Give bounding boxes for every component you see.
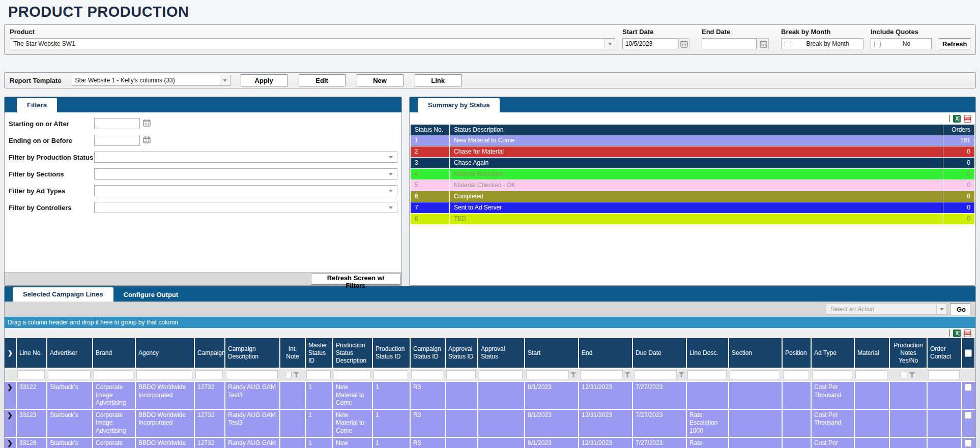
column-header-approval_status[interactable]: Approval Status bbox=[477, 338, 524, 368]
filter-cell-material[interactable] bbox=[854, 369, 889, 381]
column-header-line_no[interactable]: Line No. bbox=[16, 338, 46, 368]
tab-configure-output[interactable]: Configure Output bbox=[113, 288, 189, 302]
column-header-material[interactable]: Material bbox=[854, 338, 889, 368]
column-filter-input[interactable] bbox=[479, 370, 523, 379]
filter-cell-position[interactable] bbox=[782, 369, 811, 381]
filter-cell-master_status_id[interactable] bbox=[305, 369, 332, 381]
chevron-down-icon[interactable] bbox=[389, 173, 393, 175]
filter-funnel-icon[interactable] bbox=[294, 372, 299, 377]
column-header-ad_type[interactable]: Ad Type bbox=[811, 338, 854, 368]
filter-cell-start[interactable] bbox=[524, 369, 578, 381]
calendar-icon[interactable] bbox=[143, 119, 151, 129]
end-date-input[interactable] bbox=[702, 38, 757, 49]
filter-dropdown[interactable] bbox=[94, 202, 397, 213]
excel-export-icon[interactable]: X bbox=[953, 330, 961, 337]
filter-cell-production_status_id[interactable] bbox=[372, 369, 410, 381]
column-filter-input[interactable] bbox=[526, 370, 569, 379]
column-filter-input[interactable] bbox=[855, 370, 887, 379]
column-header-section[interactable]: Section bbox=[728, 338, 782, 368]
checkbox[interactable] bbox=[965, 349, 972, 357]
column-header-campaign_description[interactable]: Campaign Description bbox=[224, 338, 279, 368]
column-filter-input[interactable] bbox=[373, 370, 408, 379]
filter-cell-order_contact[interactable] bbox=[927, 369, 961, 381]
column-filter-input[interactable] bbox=[48, 370, 91, 379]
column-header-approval_status_id[interactable]: Approval Status ID bbox=[445, 338, 477, 368]
include-quotes-option[interactable]: No bbox=[871, 38, 932, 49]
filter-cell-line_desc[interactable] bbox=[686, 369, 728, 381]
column-header-advertiser[interactable]: Advertiser bbox=[46, 338, 92, 368]
edit-button[interactable]: Edit bbox=[299, 74, 345, 86]
column-filter-input[interactable] bbox=[334, 370, 370, 379]
filter-date-input[interactable] bbox=[94, 135, 140, 146]
column-filter-input[interactable] bbox=[226, 370, 278, 379]
column-filter-input[interactable] bbox=[783, 370, 809, 379]
filter-cell-approval_status_id[interactable] bbox=[445, 369, 477, 381]
row-checkbox[interactable] bbox=[965, 383, 972, 391]
summary-status-row[interactable]: 4Material Received0 bbox=[411, 169, 974, 180]
tab-summary-by-status[interactable]: Summary by Status bbox=[418, 98, 500, 112]
column-header-campaign_status_id[interactable]: Campaign Status ID bbox=[410, 338, 445, 368]
filter-cell-production_status_description[interactable] bbox=[332, 369, 372, 381]
filter-cell-int_note[interactable] bbox=[279, 369, 305, 381]
report-template-dropdown[interactable]: Star Website 1 - Kelly's columns (33) bbox=[72, 75, 230, 86]
filter-cell-end[interactable] bbox=[578, 369, 632, 381]
chevron-down-icon[interactable] bbox=[389, 156, 393, 159]
calendar-icon[interactable] bbox=[758, 38, 769, 49]
column-filter-input[interactable] bbox=[306, 370, 331, 379]
tab-selected-campaign-lines[interactable]: Selected Campaign Lines bbox=[13, 287, 113, 302]
row-checkbox[interactable] bbox=[965, 439, 972, 447]
column-header-end[interactable]: End bbox=[578, 338, 632, 368]
filter-cell-approval_status[interactable] bbox=[477, 369, 524, 381]
filter-cell-brand[interactable] bbox=[92, 369, 135, 381]
filter-funnel-icon[interactable] bbox=[909, 372, 915, 377]
refresh-screen-with-filters-button[interactable]: Refresh Screen w/ Filters bbox=[311, 274, 400, 285]
column-filter-input[interactable] bbox=[580, 370, 623, 379]
filter-date-input[interactable] bbox=[94, 118, 140, 129]
filter-cell-campaign[interactable] bbox=[194, 369, 224, 381]
row-expander[interactable]: ❯ bbox=[5, 438, 16, 448]
column-header-due_date[interactable]: Due Date bbox=[632, 338, 686, 368]
row-checkbox[interactable] bbox=[965, 411, 972, 419]
product-dropdown[interactable]: The Star Website SW1 bbox=[10, 38, 615, 49]
start-date-input[interactable] bbox=[622, 38, 677, 49]
filter-checkbox[interactable] bbox=[285, 372, 292, 378]
summary-status-row[interactable]: 7Sent to Ad Server0 bbox=[411, 202, 974, 214]
apply-button[interactable]: Apply bbox=[241, 74, 287, 86]
filter-cell-campaign_status_id[interactable] bbox=[410, 369, 445, 381]
filter-cell-due_date[interactable] bbox=[632, 369, 686, 381]
action-dropdown[interactable]: Select an Action bbox=[826, 304, 947, 315]
filter-cell-section[interactable] bbox=[728, 369, 782, 381]
go-button[interactable]: Go bbox=[950, 303, 970, 315]
column-filter-input[interactable] bbox=[94, 370, 133, 379]
filter-funnel-icon[interactable] bbox=[571, 372, 577, 377]
filter-cell-line_no[interactable] bbox=[16, 369, 46, 381]
column-filter-input[interactable] bbox=[687, 370, 727, 379]
summary-status-row[interactable]: 8TBD0 bbox=[411, 214, 974, 225]
chevron-down-icon[interactable] bbox=[604, 39, 615, 49]
calendar-icon[interactable] bbox=[678, 38, 689, 49]
column-header-position[interactable]: Position bbox=[782, 338, 811, 368]
column-header-order_contact[interactable]: Order Contact bbox=[927, 338, 961, 368]
campaign-line-row[interactable]: ❯33128Starbuck'sCorporate Image Advertis… bbox=[5, 437, 975, 448]
column-header-int_note[interactable]: Int. Note bbox=[279, 338, 305, 368]
link-button[interactable]: Link bbox=[415, 74, 462, 86]
filter-funnel-icon[interactable] bbox=[625, 372, 630, 377]
column-header-brand[interactable]: Brand bbox=[92, 338, 135, 368]
column-filter-input[interactable] bbox=[634, 370, 677, 379]
column-header-production_status_description[interactable]: Production Status Description bbox=[332, 338, 372, 368]
expand-all-icon[interactable]: ❯ bbox=[5, 338, 16, 368]
excel-export-icon[interactable]: X bbox=[953, 115, 961, 123]
break-by-month-checkbox[interactable] bbox=[785, 41, 791, 47]
pdf-export-icon[interactable]: PDF bbox=[964, 115, 971, 123]
filter-dropdown[interactable] bbox=[94, 168, 397, 180]
select-all-checkbox[interactable] bbox=[961, 338, 974, 368]
column-header-campaign[interactable]: Campaign bbox=[194, 338, 224, 368]
column-header-master_status_id[interactable]: Master Status ID bbox=[305, 338, 332, 368]
row-expander[interactable]: ❯ bbox=[5, 382, 16, 409]
campaign-line-row[interactable]: ❯33122Starbuck'sCorporate Image Advertis… bbox=[5, 381, 975, 409]
row-expander[interactable]: ❯ bbox=[5, 410, 16, 437]
tab-filters[interactable]: Filters bbox=[17, 98, 57, 112]
campaign-line-row[interactable]: ❯33123Starbuck'sCorporate Image Advertis… bbox=[5, 409, 975, 437]
column-filter-input[interactable] bbox=[928, 370, 960, 379]
calendar-icon[interactable] bbox=[143, 136, 151, 145]
